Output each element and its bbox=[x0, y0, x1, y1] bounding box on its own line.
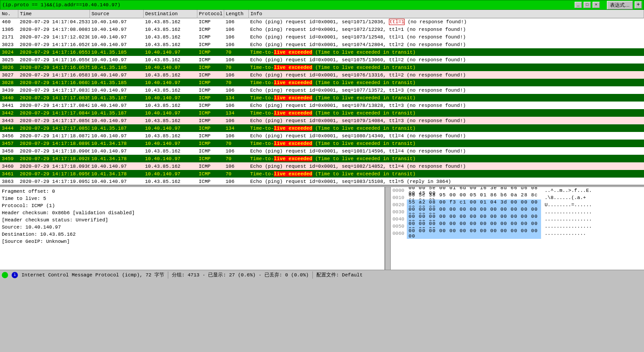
cell-no: 3024 bbox=[0, 48, 18, 56]
cell-time: 2020-07-29 14:17:08.008132 bbox=[18, 25, 90, 33]
hex-panel[interactable]: 000000 00 5e 00 01 6d 00 16 3e 8d 66 d6 … bbox=[390, 187, 644, 270]
status-bar: i Internet Control Message Protocol (icm… bbox=[0, 270, 644, 280]
detail-panel[interactable]: Fragment offset: 0Time to live: 5Protoco… bbox=[0, 187, 385, 270]
cell-length: 70 bbox=[224, 155, 248, 162]
cell-destination: 10.43.85.162 bbox=[143, 33, 197, 41]
table-row[interactable]: 3027 2020-07-29 14:17:16.058195 10.40.14… bbox=[0, 71, 644, 79]
hex-offset: 0010 bbox=[391, 195, 407, 200]
cell-destination: 10.40.140.97 bbox=[143, 140, 197, 147]
filter-status-icon: i bbox=[12, 272, 18, 278]
hex-ascii: .\8......(.a.+ bbox=[541, 195, 644, 200]
table-row[interactable]: 3457 2020-07-29 14:17:18.089931 10.41.34… bbox=[0, 140, 644, 147]
table-row[interactable]: 3461 2020-07-29 14:17:18.095645 10.41.34… bbox=[0, 170, 644, 178]
cell-no: 460 bbox=[0, 18, 18, 25]
cell-source: 10.40.140.97 bbox=[90, 41, 143, 48]
table-row[interactable]: 3444 2020-07-29 14:17:17.085352 10.41.35… bbox=[0, 124, 644, 132]
cell-time: 2020-07-29 14:17:17.083346 bbox=[18, 86, 90, 94]
cell-no: 3023 bbox=[0, 41, 18, 48]
hex-offset: 0020 bbox=[391, 202, 407, 208]
minimize-button[interactable]: _ bbox=[575, 2, 582, 8]
title-bar: (ip.proto == 1)&&(ip.addr==10.40.140.97)… bbox=[0, 0, 644, 10]
cell-destination: 10.43.85.162 bbox=[143, 18, 197, 25]
cell-no: 3444 bbox=[0, 124, 18, 132]
title-bar-controls: _ □ × 表达式… + bbox=[575, 1, 642, 9]
cell-info: Echo (ping) request id=0x0001, seq=1077/… bbox=[248, 86, 644, 94]
capture-status-icon bbox=[2, 272, 8, 278]
cell-destination: 10.40.140.97 bbox=[143, 170, 197, 178]
cell-time: 2020-07-29 14:17:16.058195 bbox=[18, 71, 90, 79]
col-header-length: Length bbox=[224, 10, 248, 18]
restore-button[interactable]: □ bbox=[584, 2, 591, 8]
cell-source: 10.41.35.187 bbox=[90, 109, 143, 117]
table-row[interactable]: 3459 2020-07-29 14:17:18.092843 10.41.34… bbox=[0, 155, 644, 162]
cell-source: 10.40.140.97 bbox=[90, 162, 143, 170]
cell-no: 3028 bbox=[0, 79, 18, 86]
cell-source: 10.41.34.178 bbox=[90, 155, 143, 162]
cell-protocol: ICMP bbox=[197, 155, 224, 162]
hex-ascii: ................ bbox=[541, 216, 644, 222]
cell-info: Time-to-live exceeded (Time to live exce… bbox=[248, 79, 644, 86]
detail-line: [Source GeoIP: Unknown] bbox=[2, 238, 383, 245]
table-row[interactable]: 3458 2020-07-29 14:17:18.090686 10.40.14… bbox=[0, 147, 644, 155]
cell-length: 106 bbox=[224, 33, 248, 41]
format-button[interactable]: 表达式… bbox=[607, 1, 633, 9]
detail-scrollbar[interactable] bbox=[385, 187, 390, 270]
detail-line: Time to live: 5 bbox=[2, 195, 383, 202]
table-row[interactable]: 3026 2020-07-29 14:17:16.057525 10.41.35… bbox=[0, 64, 644, 71]
cell-length: 106 bbox=[224, 178, 248, 185]
table-row[interactable]: 3456 2020-07-29 14:17:18.087247 10.40.14… bbox=[0, 132, 644, 140]
cell-info: Echo (ping) request id=0x0001, seq=1083/… bbox=[248, 178, 644, 185]
cell-length: 106 bbox=[224, 132, 248, 140]
cell-no: 3443 bbox=[0, 117, 18, 124]
table-row[interactable]: 3440 2020-07-29 14:17:17.083584 10.41.35… bbox=[0, 94, 644, 102]
cell-length: 106 bbox=[224, 41, 248, 48]
table-row[interactable]: 460 2020-07-29 14:17:04.253192 10.40.140… bbox=[0, 18, 644, 25]
table-row[interactable]: 3443 2020-07-29 14:17:17.085098 10.40.14… bbox=[0, 117, 644, 124]
table-row[interactable]: 3028 2020-07-29 14:17:16.060348 10.41.35… bbox=[0, 79, 644, 86]
cell-length: 134 bbox=[224, 109, 248, 117]
cell-source: 10.41.34.178 bbox=[90, 140, 143, 147]
cell-source: 10.40.140.97 bbox=[90, 178, 143, 185]
hex-bytes: 00 00 00 00 00 00 00 00 00 00 00 00 00 0… bbox=[407, 228, 541, 239]
table-row[interactable]: 3460 2020-07-29 14:17:18.093631 10.40.14… bbox=[0, 162, 644, 170]
cell-time: 2020-07-29 14:17:16.052633 bbox=[18, 41, 90, 48]
table-row[interactable]: 2171 2020-07-29 14:17:12.023043 10.40.14… bbox=[0, 33, 644, 41]
table-row[interactable]: 3025 2020-07-29 14:17:16.055665 10.40.14… bbox=[0, 56, 644, 64]
detail-line: Source: 10.40.140.97 bbox=[2, 224, 383, 231]
cell-length: 106 bbox=[224, 162, 248, 170]
cell-time: 2020-07-29 14:17:19.095211 bbox=[18, 178, 90, 185]
col-header-protocol: Protocol bbox=[197, 10, 224, 18]
cell-destination: 10.43.85.162 bbox=[143, 56, 197, 64]
cell-source: 10.40.140.97 bbox=[90, 86, 143, 94]
table-row[interactable]: 3439 2020-07-29 14:17:17.083346 10.40.14… bbox=[0, 86, 644, 94]
table-row[interactable]: 3441 2020-07-29 14:17:17.084249 10.40.14… bbox=[0, 102, 644, 109]
detail-line: Fragment offset: 0 bbox=[2, 188, 383, 195]
cell-source: 10.40.140.97 bbox=[90, 147, 143, 155]
col-header-no: No. bbox=[0, 10, 18, 18]
table-row[interactable]: 3023 2020-07-29 14:17:16.052633 10.40.14… bbox=[0, 41, 644, 48]
cell-destination: 10.43.85.162 bbox=[143, 25, 197, 33]
table-row[interactable]: 1305 2020-07-29 14:17:08.008132 10.40.14… bbox=[0, 25, 644, 33]
cell-time: 2020-07-29 14:17:16.057525 bbox=[18, 64, 90, 71]
add-button[interactable]: + bbox=[635, 1, 642, 8]
cell-source: 10.41.34.178 bbox=[90, 170, 143, 178]
close-button[interactable]: × bbox=[593, 2, 600, 8]
cell-info: Time-to-live exceeded (Time to live exce… bbox=[248, 155, 644, 162]
cell-info: Time-to-live exceeded (Time to live exce… bbox=[248, 109, 644, 117]
table-row[interactable]: 3442 2020-07-29 14:17:17.084454 10.41.35… bbox=[0, 109, 644, 117]
cell-destination: 10.43.85.162 bbox=[143, 102, 197, 109]
cell-no: 3461 bbox=[0, 170, 18, 178]
cell-info: Time-to-live exceeded (Time to live exce… bbox=[248, 48, 644, 56]
cell-protocol: ICMP bbox=[197, 71, 224, 79]
cell-destination: 10.40.140.97 bbox=[143, 94, 197, 102]
table-row[interactable]: 3024 2020-07-29 14:17:16.055184 10.41.35… bbox=[0, 48, 644, 56]
cell-length: 106 bbox=[224, 18, 248, 25]
table-row[interactable]: 3863 2020-07-29 14:17:19.095211 10.40.14… bbox=[0, 178, 644, 185]
cell-length: 106 bbox=[224, 102, 248, 109]
cell-source: 10.41.35.185 bbox=[90, 64, 143, 71]
config-text: 配置文件: Default bbox=[316, 271, 363, 278]
hex-row: 006000 00 00 00 00 00 00 00 00 00 00 00 … bbox=[391, 230, 644, 237]
cell-source: 10.40.140.97 bbox=[90, 71, 143, 79]
cell-protocol: ICMP bbox=[197, 86, 224, 94]
cell-time: 2020-07-29 14:17:17.084454 bbox=[18, 109, 90, 117]
